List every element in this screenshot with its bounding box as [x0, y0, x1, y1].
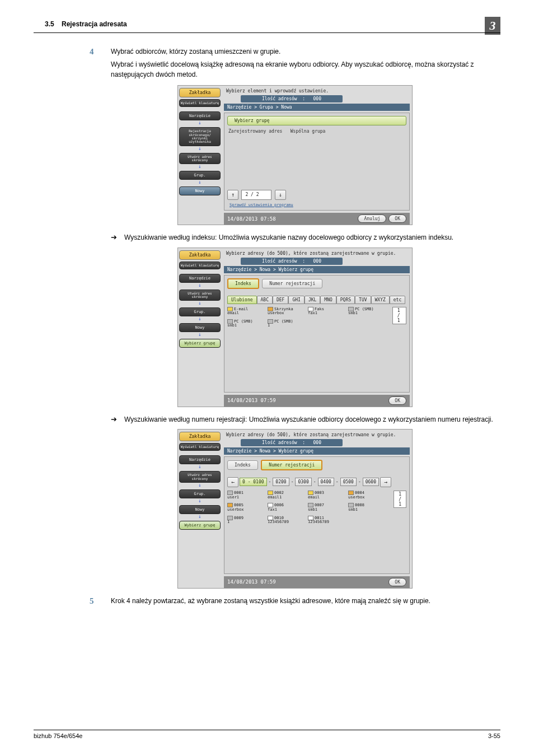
page-up-button[interactable]: ↑	[227, 190, 238, 200]
section-title: Rejestracja adresata	[62, 20, 127, 28]
address-card[interactable]: Faksfax1	[308, 307, 343, 316]
type-icon	[348, 491, 354, 495]
sidebar-btn-create-shortcut[interactable]: Utwórz adres skrócony	[179, 290, 221, 301]
tab-registration-number[interactable]: Numer rejestracji	[262, 279, 322, 288]
page-footer: bizhub 754e/654e 3-55	[34, 730, 500, 739]
screenshot-index-search: Zakładka Wyświetl klawiaturę Narzędzie ↓…	[177, 248, 413, 407]
address-card[interactable]: 0008smb1	[348, 503, 383, 512]
sidebar: Zakładka Wyświetl klawiaturę Narzędzie ↓…	[178, 86, 222, 225]
arrow-down-icon: ↓	[179, 120, 221, 125]
bullet-index-search: ➔ Wyszukiwanie według indeksu: Umożliwia…	[111, 233, 500, 242]
arrow-down-icon: ↓	[179, 483, 221, 488]
sidebar-btn-group[interactable]: Grup.	[179, 307, 221, 316]
cancel-button[interactable]: Anuluj	[358, 214, 386, 223]
page-down-button[interactable]: ↓	[275, 190, 286, 200]
range-prev-button[interactable]: ←	[227, 477, 238, 487]
index-tab-def[interactable]: DEF	[273, 296, 288, 304]
sidebar-btn-new[interactable]: Nowy	[179, 186, 221, 195]
sidebar-heading-zakladka[interactable]: Zakładka	[179, 432, 221, 441]
address-card[interactable]: PC (SMB)1	[268, 319, 302, 328]
index-tab-abc[interactable]: ABC	[257, 296, 273, 304]
index-tab-wxyz[interactable]: WXYZ	[371, 296, 390, 304]
step-sub-text: Wybrać i wyświetlić docelową książkę adr…	[111, 60, 500, 80]
range-0-0100[interactable]: 0 - 0100	[240, 478, 267, 486]
address-card[interactable]: PC (SMB)smb1	[348, 307, 383, 316]
card-line2: smb1	[348, 508, 383, 512]
tab-index[interactable]: Indeks	[227, 278, 259, 289]
card-line1: 0005	[234, 503, 243, 507]
section-header: 3.5 Rejestracja adresata	[45, 20, 127, 28]
count-label: Ilość adresów	[262, 96, 297, 101]
index-tab-etc[interactable]: etc	[390, 296, 405, 304]
select-group-button[interactable]: Wybierz grupę	[227, 116, 406, 125]
tab-registration-number[interactable]: Numer rejestracji	[261, 460, 322, 470]
address-count: Ilość adresów : 000	[241, 258, 343, 265]
index-tab-jkl[interactable]: JKL	[305, 296, 320, 304]
address-card[interactable]: 0004userbox	[348, 491, 383, 500]
datetime: 14/08/2013 07:58	[227, 216, 276, 222]
top-rule	[34, 32, 500, 33]
sidebar-btn-tool[interactable]: Narzędzie	[179, 111, 221, 120]
sidebar: Zakładka Wyświetl klawiaturę Narzędzie ↓…	[178, 248, 222, 407]
sidebar-btn-keyboard[interactable]: Wyświetl klawiaturę	[179, 99, 221, 107]
arrow-down-icon: ↓	[179, 316, 221, 321]
address-card[interactable]: 0006fax1	[268, 503, 302, 512]
range-0300[interactable]: 0300	[295, 478, 311, 486]
card-line2: fax1	[268, 508, 302, 512]
sidebar-btn-new[interactable]: Nowy	[179, 323, 221, 332]
step-number: 5	[90, 596, 111, 606]
address-card[interactable]: 0001user1	[227, 491, 262, 500]
sidebar-btn-tool[interactable]: Narzędzie	[179, 455, 221, 464]
sidebar-heading-zakladka[interactable]: Zakładka	[179, 88, 221, 97]
count-value: 000	[313, 440, 321, 445]
card-line1: 0009	[234, 515, 243, 520]
address-card[interactable]: E-mailemail	[227, 307, 262, 316]
address-card[interactable]: 00091	[227, 516, 262, 525]
address-card[interactable]: 0003email	[308, 491, 343, 500]
card-line2: 123456789	[308, 520, 343, 525]
card-line1: 0007	[315, 503, 324, 507]
sidebar-btn-group[interactable]: Grup.	[179, 171, 221, 180]
ok-button[interactable]: OK	[388, 214, 406, 223]
sidebar-heading-zakladka[interactable]: Zakładka	[179, 250, 221, 260]
panel-instruction: Wybierz adresy (do 500), które zostaną z…	[224, 250, 410, 258]
sidebar-btn-select-group[interactable]: Wybierz grupę	[179, 521, 221, 530]
tab-index[interactable]: Indeks	[227, 460, 258, 470]
address-card[interactable]: PC (SMB)smb1	[227, 319, 262, 328]
address-card[interactable]: 0002email1	[268, 491, 302, 500]
sidebar-btn-new[interactable]: Nowy	[179, 505, 221, 514]
address-card[interactable]: 0007smb1	[308, 503, 343, 512]
range-pager: ← 0 - 0100 - 0200 - 0300 - 0400 - 0500 -…	[227, 477, 406, 487]
index-tab-tuv[interactable]: TUV	[355, 296, 371, 304]
address-card[interactable]: Skrzynkauserbox	[268, 307, 302, 316]
address-card[interactable]: 0011123456789	[308, 516, 343, 525]
sidebar-btn-group[interactable]: Grup.	[179, 489, 221, 498]
card-line2: smb1	[308, 508, 343, 512]
footer-page: 3-55	[488, 732, 500, 739]
arrow-down-icon: ↓	[179, 283, 221, 288]
check-settings-link[interactable]: Sprawdź ustawienia programu	[229, 203, 406, 207]
sidebar-btn-select-group[interactable]: Wybierz grupę	[179, 339, 221, 348]
sidebar-btn-create-shortcut[interactable]: Utwórz adres skrócony	[179, 153, 221, 165]
ok-button[interactable]: OK	[388, 578, 406, 586]
range-0400[interactable]: 0400	[318, 478, 334, 486]
index-tab-ghi[interactable]: GHI	[288, 296, 304, 304]
index-tab-favorites[interactable]: Ulubione	[227, 296, 257, 304]
pager: ↑ 2 / 2 ↓	[227, 190, 406, 200]
sidebar-btn-keyboard[interactable]: Wyświetl klawiaturę	[179, 262, 221, 269]
range-0500[interactable]: 0500	[340, 478, 357, 486]
ok-button[interactable]: OK	[388, 396, 406, 405]
sidebar-btn-create-shortcut[interactable]: Utwórz adres skrócony	[179, 471, 221, 483]
card-line2: fax1	[308, 311, 343, 316]
arrow-down-icon: ↓	[179, 301, 221, 306]
range-0200[interactable]: 0200	[273, 478, 289, 486]
index-tab-mno[interactable]: MNO	[320, 296, 336, 304]
sidebar-btn-keyboard[interactable]: Wyświetl klawiaturę	[179, 443, 221, 451]
sidebar-btn-tool[interactable]: Narzędzie	[179, 274, 221, 283]
address-card[interactable]: 0010123456789	[268, 516, 302, 525]
index-tab-pqrs[interactable]: PQRS	[336, 296, 355, 304]
range-next-button[interactable]: →	[380, 477, 391, 487]
range-0600[interactable]: 0600	[363, 478, 379, 486]
sidebar-btn-register[interactable]: Rejestracja skróconego/ skrzynki użytkow…	[179, 127, 221, 146]
address-card[interactable]: 0005userbox	[227, 503, 262, 512]
